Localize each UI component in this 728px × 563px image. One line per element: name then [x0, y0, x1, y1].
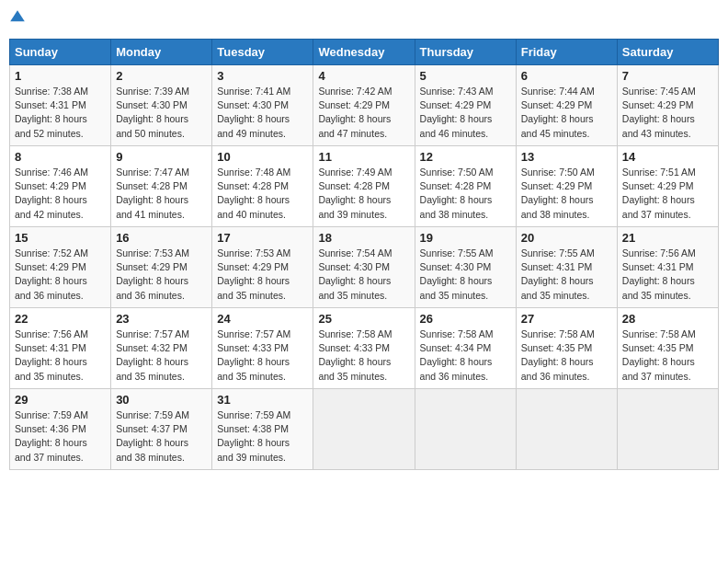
day-info: Sunrise: 7:50 AMSunset: 4:29 PMDaylight:…	[521, 167, 595, 220]
weekday-header-sunday: Sunday	[10, 40, 111, 65]
day-info: Sunrise: 7:55 AMSunset: 4:30 PMDaylight:…	[420, 247, 494, 301]
day-number: 19	[420, 231, 511, 245]
day-number: 8	[15, 150, 106, 164]
day-info: Sunrise: 7:49 AMSunset: 4:28 PMDaylight:…	[318, 167, 392, 220]
day-number: 13	[521, 150, 612, 164]
weekday-header-wednesday: Wednesday	[313, 40, 415, 65]
weekday-header-monday: Monday	[111, 40, 212, 65]
calendar-cell: 8 Sunrise: 7:46 AMSunset: 4:29 PMDayligh…	[10, 146, 111, 227]
header	[9, 9, 719, 29]
day-info: Sunrise: 7:44 AMSunset: 4:29 PMDaylight:…	[521, 86, 595, 139]
calendar-cell: 13 Sunrise: 7:50 AMSunset: 4:29 PMDaylig…	[516, 146, 617, 227]
calendar-cell: 24 Sunrise: 7:57 AMSunset: 4:33 PMDaylig…	[212, 308, 313, 389]
day-number: 16	[116, 231, 207, 245]
calendar-week-5: 29 Sunrise: 7:59 AMSunset: 4:36 PMDaylig…	[10, 389, 719, 470]
day-info: Sunrise: 7:57 AMSunset: 4:32 PMDaylight:…	[116, 328, 189, 382]
calendar-cell: 27 Sunrise: 7:58 AMSunset: 4:35 PMDaylig…	[516, 308, 617, 389]
calendar-cell: 6 Sunrise: 7:44 AMSunset: 4:29 PMDayligh…	[516, 65, 617, 146]
day-number: 11	[318, 150, 409, 164]
calendar-cell: 9 Sunrise: 7:47 AMSunset: 4:28 PMDayligh…	[111, 146, 212, 227]
day-info: Sunrise: 7:58 AMSunset: 4:33 PMDaylight:…	[318, 328, 392, 382]
calendar-cell: 11 Sunrise: 7:49 AMSunset: 4:28 PMDaylig…	[313, 146, 415, 227]
weekday-header-saturday: Saturday	[617, 40, 718, 65]
logo	[9, 9, 28, 29]
calendar-cell: 26 Sunrise: 7:58 AMSunset: 4:34 PMDaylig…	[415, 308, 516, 389]
day-number: 10	[217, 150, 308, 164]
calendar-cell: 18 Sunrise: 7:54 AMSunset: 4:30 PMDaylig…	[313, 227, 415, 308]
calendar-cell: 16 Sunrise: 7:53 AMSunset: 4:29 PMDaylig…	[111, 227, 212, 308]
calendar-cell: 17 Sunrise: 7:53 AMSunset: 4:29 PMDaylig…	[212, 227, 313, 308]
calendar-cell: 19 Sunrise: 7:55 AMSunset: 4:30 PMDaylig…	[415, 227, 516, 308]
calendar-cell	[516, 389, 617, 470]
day-number: 1	[15, 69, 106, 83]
calendar-cell: 23 Sunrise: 7:57 AMSunset: 4:32 PMDaylig…	[111, 308, 212, 389]
day-number: 17	[217, 231, 308, 245]
calendar-cell: 22 Sunrise: 7:56 AMSunset: 4:31 PMDaylig…	[10, 308, 111, 389]
day-number: 29	[15, 393, 106, 407]
day-info: Sunrise: 7:57 AMSunset: 4:33 PMDaylight:…	[217, 328, 290, 382]
day-info: Sunrise: 7:59 AMSunset: 4:36 PMDaylight:…	[15, 409, 88, 463]
day-info: Sunrise: 7:45 AMSunset: 4:29 PMDaylight:…	[622, 86, 696, 139]
day-info: Sunrise: 7:53 AMSunset: 4:29 PMDaylight:…	[217, 247, 290, 301]
day-number: 30	[116, 393, 207, 407]
day-info: Sunrise: 7:54 AMSunset: 4:30 PMDaylight:…	[318, 247, 392, 301]
calendar-cell: 14 Sunrise: 7:51 AMSunset: 4:29 PMDaylig…	[617, 146, 718, 227]
calendar: SundayMondayTuesdayWednesdayThursdayFrid…	[9, 39, 719, 470]
day-number: 18	[318, 231, 409, 245]
day-info: Sunrise: 7:59 AMSunset: 4:38 PMDaylight:…	[217, 409, 290, 463]
calendar-cell: 25 Sunrise: 7:58 AMSunset: 4:33 PMDaylig…	[313, 308, 415, 389]
weekday-header-thursday: Thursday	[415, 40, 516, 65]
weekday-header-friday: Friday	[516, 40, 617, 65]
day-info: Sunrise: 7:56 AMSunset: 4:31 PMDaylight:…	[622, 247, 696, 301]
calendar-cell: 12 Sunrise: 7:50 AMSunset: 4:28 PMDaylig…	[415, 146, 516, 227]
day-info: Sunrise: 7:43 AMSunset: 4:29 PMDaylight:…	[420, 86, 494, 139]
day-number: 28	[622, 312, 713, 326]
day-number: 22	[15, 312, 106, 326]
calendar-cell: 28 Sunrise: 7:58 AMSunset: 4:35 PMDaylig…	[617, 308, 718, 389]
day-number: 9	[116, 150, 207, 164]
logo-icon-area	[9, 9, 26, 29]
calendar-week-2: 8 Sunrise: 7:46 AMSunset: 4:29 PMDayligh…	[10, 146, 719, 227]
day-number: 27	[521, 312, 612, 326]
calendar-cell: 21 Sunrise: 7:56 AMSunset: 4:31 PMDaylig…	[617, 227, 718, 308]
day-info: Sunrise: 7:51 AMSunset: 4:29 PMDaylight:…	[622, 167, 696, 220]
day-info: Sunrise: 7:46 AMSunset: 4:29 PMDaylight:…	[15, 167, 88, 220]
day-number: 3	[217, 69, 308, 83]
calendar-cell: 10 Sunrise: 7:48 AMSunset: 4:28 PMDaylig…	[212, 146, 313, 227]
weekday-header-row: SundayMondayTuesdayWednesdayThursdayFrid…	[10, 40, 719, 65]
day-info: Sunrise: 7:42 AMSunset: 4:29 PMDaylight:…	[318, 86, 392, 139]
calendar-cell: 15 Sunrise: 7:52 AMSunset: 4:29 PMDaylig…	[10, 227, 111, 308]
day-number: 12	[420, 150, 511, 164]
calendar-cell	[617, 389, 718, 470]
calendar-cell: 1 Sunrise: 7:38 AMSunset: 4:31 PMDayligh…	[10, 65, 111, 146]
day-number: 24	[217, 312, 308, 326]
day-number: 26	[420, 312, 511, 326]
calendar-cell: 5 Sunrise: 7:43 AMSunset: 4:29 PMDayligh…	[415, 65, 516, 146]
day-number: 7	[622, 69, 713, 83]
day-number: 25	[318, 312, 409, 326]
day-number: 6	[521, 69, 612, 83]
day-info: Sunrise: 7:39 AMSunset: 4:30 PMDaylight:…	[116, 86, 189, 139]
calendar-cell: 3 Sunrise: 7:41 AMSunset: 4:30 PMDayligh…	[212, 65, 313, 146]
day-info: Sunrise: 7:41 AMSunset: 4:30 PMDaylight:…	[217, 86, 290, 139]
calendar-cell: 31 Sunrise: 7:59 AMSunset: 4:38 PMDaylig…	[212, 389, 313, 470]
day-info: Sunrise: 7:58 AMSunset: 4:35 PMDaylight:…	[622, 328, 696, 382]
calendar-week-1: 1 Sunrise: 7:38 AMSunset: 4:31 PMDayligh…	[10, 65, 719, 146]
calendar-week-3: 15 Sunrise: 7:52 AMSunset: 4:29 PMDaylig…	[10, 227, 719, 308]
day-info: Sunrise: 7:55 AMSunset: 4:31 PMDaylight:…	[521, 247, 595, 301]
weekday-header-tuesday: Tuesday	[212, 40, 313, 65]
day-info: Sunrise: 7:48 AMSunset: 4:28 PMDaylight:…	[217, 167, 290, 220]
day-number: 23	[116, 312, 207, 326]
day-number: 2	[116, 69, 207, 83]
day-number: 31	[217, 393, 308, 407]
calendar-cell: 7 Sunrise: 7:45 AMSunset: 4:29 PMDayligh…	[617, 65, 718, 146]
calendar-cell: 29 Sunrise: 7:59 AMSunset: 4:36 PMDaylig…	[10, 389, 111, 470]
day-number: 20	[521, 231, 612, 245]
calendar-cell: 30 Sunrise: 7:59 AMSunset: 4:37 PMDaylig…	[111, 389, 212, 470]
day-number: 14	[622, 150, 713, 164]
calendar-week-4: 22 Sunrise: 7:56 AMSunset: 4:31 PMDaylig…	[10, 308, 719, 389]
day-info: Sunrise: 7:59 AMSunset: 4:37 PMDaylight:…	[116, 409, 189, 463]
day-info: Sunrise: 7:47 AMSunset: 4:28 PMDaylight:…	[116, 167, 189, 220]
calendar-cell	[313, 389, 415, 470]
day-info: Sunrise: 7:52 AMSunset: 4:29 PMDaylight:…	[15, 247, 88, 301]
